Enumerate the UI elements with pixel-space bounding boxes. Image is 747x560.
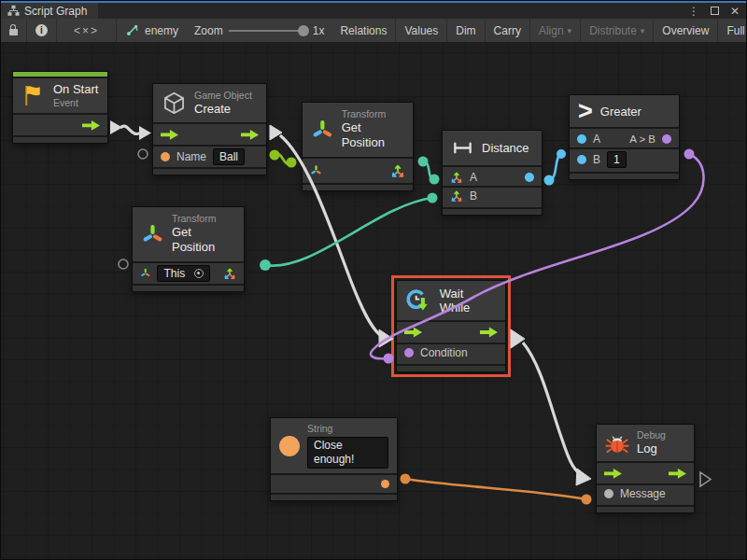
node-title: Greater xyxy=(600,105,641,119)
overview-button[interactable]: Overview xyxy=(654,19,718,42)
string-field-value: Close enough! xyxy=(314,439,382,467)
node-footer xyxy=(13,137,107,143)
node-debug-log[interactable]: Debug Log Message xyxy=(596,424,695,513)
object-picker-icon[interactable] xyxy=(194,269,204,278)
carry-button[interactable]: Carry xyxy=(486,19,530,42)
node-distance[interactable]: Distance A B xyxy=(442,130,543,216)
port-label: B xyxy=(593,153,600,166)
result-out-port[interactable] xyxy=(662,134,671,144)
transform-in-port[interactable] xyxy=(310,164,322,176)
node-title: Get Position xyxy=(172,225,235,256)
string-value-field[interactable]: Close enough! xyxy=(307,437,388,469)
node-create-game-object[interactable]: Game Object Create Name Ball xyxy=(152,83,267,175)
b-value-field[interactable]: 1 xyxy=(607,151,627,168)
a-in-port[interactable] xyxy=(577,134,586,144)
zoom-slider-handle[interactable] xyxy=(298,25,309,36)
name-field[interactable]: Ball xyxy=(213,148,245,165)
node-footer xyxy=(133,286,244,291)
event-color-bar xyxy=(13,72,107,77)
overview-label: Overview xyxy=(662,24,709,37)
node-footer xyxy=(303,185,413,190)
exec-out-port[interactable] xyxy=(241,129,259,140)
b-in-port[interactable] xyxy=(577,155,586,164)
breadcrumb[interactable]: enemy xyxy=(117,19,187,42)
lock-icon xyxy=(9,29,18,35)
node-on-start-event[interactable]: On Start Event xyxy=(12,71,108,144)
window-menu-icon[interactable]: ⋮ xyxy=(688,5,699,18)
bug-icon xyxy=(605,431,629,455)
tab-title: Script Graph xyxy=(24,5,87,18)
exec-in-port[interactable] xyxy=(404,327,422,338)
node-footer xyxy=(570,174,679,179)
vector3-out-port[interactable] xyxy=(390,163,405,178)
name-field-value: Ball xyxy=(219,150,238,163)
node-wait-while[interactable]: Wait While Condition xyxy=(396,280,506,372)
node-category: Transform xyxy=(342,108,404,120)
vector3-in-port-b[interactable] xyxy=(450,189,463,203)
node-title: Wait While xyxy=(440,287,497,315)
condition-in-port[interactable] xyxy=(404,348,414,357)
script-graph-icon xyxy=(7,5,20,17)
string-icon xyxy=(279,436,300,456)
game-object-out-port[interactable] xyxy=(258,149,259,164)
full-screen-button[interactable]: Full Screen xyxy=(718,19,747,42)
node-footer xyxy=(597,507,694,512)
title-bar: Script Graph ⋮ ✕ xyxy=(1,3,747,19)
vector3-out-port[interactable] xyxy=(223,266,236,281)
target-field[interactable]: This xyxy=(157,265,209,282)
node-title: Get Position xyxy=(342,120,404,151)
inspect-button[interactable]: i xyxy=(27,19,57,42)
node-footer xyxy=(397,366,505,371)
node-category: String xyxy=(307,423,388,435)
values-button[interactable]: Values xyxy=(396,19,447,42)
node-greater[interactable]: > Greater A A > B B 1 xyxy=(569,94,680,180)
info-icon: i xyxy=(35,24,48,36)
exec-out-port[interactable] xyxy=(480,327,498,338)
exec-in-port[interactable] xyxy=(161,129,178,140)
zoom-slider[interactable] xyxy=(229,30,307,32)
message-in-port[interactable] xyxy=(604,489,613,498)
node-string-literal[interactable]: String Close enough! xyxy=(270,417,398,501)
lock-button[interactable] xyxy=(1,19,27,42)
align-dropdown[interactable]: Align▾ xyxy=(530,19,581,42)
chevron-down-icon: ▾ xyxy=(641,26,645,35)
dim-label: Dim xyxy=(456,24,475,37)
port-label: A xyxy=(470,171,477,184)
node-title: Log xyxy=(637,441,666,456)
dim-button[interactable]: Dim xyxy=(447,19,485,42)
node-get-position-top[interactable]: Transform Get Position xyxy=(302,102,414,191)
result-out-port[interactable] xyxy=(525,173,534,182)
distribute-dropdown[interactable]: Distribute▾ xyxy=(581,19,654,42)
exec-in-port[interactable] xyxy=(604,468,622,479)
relations-button[interactable]: Relations xyxy=(331,19,396,42)
graph-toolbar: i <×> enemy Zoom 1x Relations Values Dim… xyxy=(1,19,747,43)
zoom-value: 1x xyxy=(313,24,325,37)
carry-label: Carry xyxy=(494,24,521,37)
port-label: Message xyxy=(620,487,666,500)
node-category: Game Object xyxy=(194,90,252,102)
transform-in-port[interactable] xyxy=(140,267,150,279)
game-object-icon xyxy=(162,91,187,116)
name-in-port[interactable] xyxy=(161,152,170,161)
transform-icon xyxy=(311,118,334,142)
output-label: A > B xyxy=(629,133,655,145)
full-screen-label: Full Screen xyxy=(726,24,747,37)
script-graph-window: Script Graph ⋮ ✕ i <×> enemy Zoom 1x Rel… xyxy=(0,0,747,560)
align-label: Align xyxy=(539,24,564,37)
tab-script-graph[interactable]: Script Graph xyxy=(1,3,98,19)
close-icon[interactable]: ✕ xyxy=(730,5,740,18)
graph-asset-icon xyxy=(125,23,139,37)
distribute-label: Distribute xyxy=(589,24,637,37)
greater-icon: > xyxy=(578,101,593,121)
exec-out-port[interactable] xyxy=(669,468,686,479)
string-out-port[interactable] xyxy=(381,480,389,488)
exec-out-port[interactable] xyxy=(82,119,100,131)
maximize-icon[interactable] xyxy=(711,7,719,15)
value-preview-button[interactable]: <×> xyxy=(57,19,117,42)
node-footer xyxy=(271,495,397,500)
wait-clock-icon xyxy=(405,287,432,315)
distance-icon xyxy=(451,136,474,160)
vector3-in-port-a[interactable] xyxy=(450,171,463,184)
node-get-position-bottom[interactable]: Transform Get Position This xyxy=(132,206,245,292)
target-field-value: This xyxy=(163,267,185,280)
